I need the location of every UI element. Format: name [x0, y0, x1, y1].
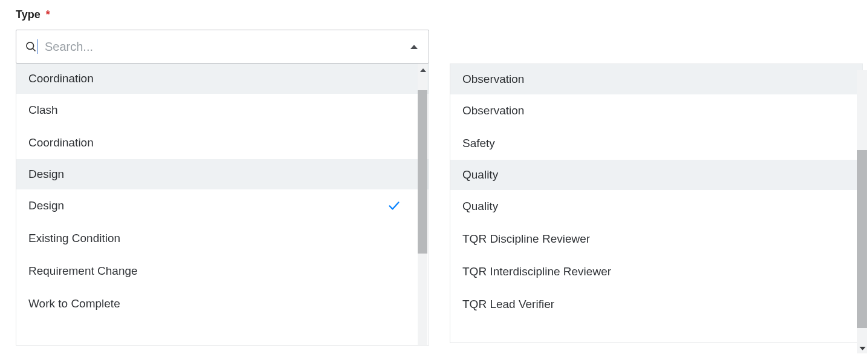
type-options-panel-right: ObservationObservationSafetyQualityQuali… — [450, 64, 863, 343]
list-item-label: Safety — [462, 137, 495, 150]
group-header: Design — [16, 159, 429, 189]
list-item-label: Coordination — [28, 136, 94, 149]
list-item-label: Work to Complete — [28, 297, 120, 310]
list-item-label: TQR Discipline Reviewer — [462, 232, 590, 246]
group-header-label: Design — [28, 168, 64, 180]
group-header: Coordination — [16, 64, 429, 94]
search-icon — [25, 41, 37, 53]
type-dropdown-right: ObservationObservationSafetyQualityQuali… — [450, 30, 863, 346]
list-item[interactable]: Design — [16, 189, 429, 222]
list-item-label: TQR Interdiscipline Reviewer — [462, 265, 611, 278]
list-item-label: Quality — [462, 200, 498, 213]
group-header-label: Coordination — [28, 72, 94, 85]
list-item-label: Clash — [28, 103, 58, 117]
list-item-label: TQR Lead Verifier — [462, 298, 554, 311]
scroll-up-icon[interactable] — [420, 68, 426, 72]
list-item[interactable]: Quality — [450, 190, 863, 223]
type-options-panel-left: CoordinationClashCoordinationDesignDesig… — [16, 64, 429, 346]
list-item[interactable]: TQR Discipline Reviewer — [450, 223, 863, 255]
list-item[interactable]: Observation — [450, 94, 863, 127]
page-scrollbar-thumb[interactable] — [857, 150, 867, 328]
list-item-label: Existing Condition — [28, 232, 120, 245]
list-item[interactable]: TQR Lead Verifier — [450, 288, 863, 321]
check-icon — [387, 199, 401, 212]
list-item[interactable]: Coordination — [16, 126, 429, 159]
list-item[interactable]: TQR Interdiscipline Reviewer — [450, 255, 863, 288]
svg-line-1 — [33, 48, 35, 51]
list-item-label: Requirement Change — [28, 264, 138, 278]
group-header: Observation — [450, 64, 863, 94]
list-item[interactable]: Existing Condition — [16, 222, 429, 255]
list-item[interactable]: Requirement Change — [16, 255, 429, 287]
svg-point-0 — [27, 42, 34, 50]
list-item[interactable]: Safety — [450, 127, 863, 160]
list-item-label: Design — [28, 199, 64, 212]
scrollbar-thumb[interactable] — [418, 90, 427, 254]
page-scroll-down-icon[interactable] — [860, 347, 866, 350]
list-item[interactable]: Work to Complete — [16, 287, 429, 320]
required-asterisk: * — [46, 8, 50, 21]
field-label: Type * — [0, 0, 868, 21]
list-item[interactable]: Clash — [16, 94, 429, 126]
field-label-text: Type — [16, 8, 40, 21]
type-options-list-left[interactable]: CoordinationClashCoordinationDesignDesig… — [16, 64, 429, 345]
text-cursor — [37, 39, 37, 54]
search-input[interactable] — [45, 40, 410, 54]
group-header: Quality — [450, 160, 863, 190]
search-box[interactable] — [16, 30, 429, 64]
group-header-label: Observation — [462, 73, 524, 85]
list-item-label: Observation — [462, 104, 524, 117]
type-dropdown-left: CoordinationClashCoordinationDesignDesig… — [16, 30, 429, 346]
group-header-label: Quality — [462, 168, 498, 181]
collapse-caret-icon[interactable] — [410, 45, 418, 49]
type-options-list-right[interactable]: ObservationObservationSafetyQualityQuali… — [450, 64, 863, 343]
